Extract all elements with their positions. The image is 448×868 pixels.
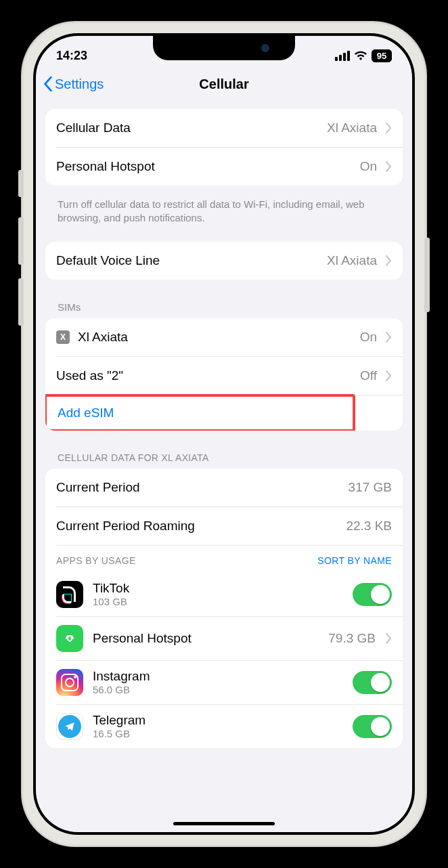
chevron-right-icon [385,255,392,266]
sim-2-value: Off [360,368,377,383]
app-name: Instagram [93,669,150,684]
app-toggle[interactable] [353,583,392,606]
app-usage: 16.5 GB [93,728,145,739]
cellular-data-row[interactable]: Cellular Data Xl Axiata [45,109,403,147]
app-row-instagram[interactable]: Instagram 56.0 GB [45,661,403,704]
default-voice-line-value: Xl Axiata [327,253,377,268]
chevron-right-icon [385,332,392,343]
wifi-icon [354,51,367,61]
sim-badge-icon: X [56,330,70,344]
page-title: Cellular [199,77,248,92]
instagram-icon [56,669,83,696]
current-period-roaming-label: Current Period Roaming [56,519,195,534]
chevron-right-icon [385,161,392,172]
cellular-data-usage-header: CELLULAR DATA FOR XL AXIATA [45,436,403,469]
app-name: Telegram [93,713,145,728]
cellular-data-label: Cellular Data [56,121,131,135]
telegram-icon [56,713,83,740]
app-usage: 56.0 GB [93,684,150,695]
cellular-data-value: Xl Axiata [327,121,377,135]
sim-2-row[interactable]: Used as "2" Off [45,357,403,395]
current-period-row: Current Period 317 GB [45,469,403,506]
default-voice-line-label: Default Voice Line [56,253,160,268]
chevron-right-icon [385,633,392,644]
app-name: Personal Hotspot [93,631,192,646]
nav-bar: Settings Cellular [36,70,412,105]
personal-hotspot-row[interactable]: Personal Hotspot On [45,148,403,186]
chevron-right-icon [385,123,392,133]
hotspot-icon [56,625,83,652]
current-period-label: Current Period [56,480,140,495]
current-period-roaming-row: Current Period Roaming 22.3 KB [45,507,403,545]
add-esim-label: Add eSIM [58,406,114,420]
cellular-data-footer: Turn off cellular data to restrict all d… [45,191,403,242]
add-esim-row[interactable]: Add eSIM [45,394,355,431]
app-row-hotspot[interactable]: Personal Hotspot 79.3 GB [45,617,403,660]
current-period-value: 317 GB [349,480,392,495]
personal-hotspot-label: Personal Hotspot [56,159,155,174]
tiktok-icon [56,581,83,608]
app-row-tiktok[interactable]: TikTok 103 GB [45,573,403,616]
status-time: 14:23 [56,49,87,63]
sim-1-value: On [360,330,377,345]
personal-hotspot-value: On [360,159,377,174]
sim-2-label: Used as "2" [56,368,123,383]
chevron-left-icon [43,77,53,91]
cellular-signal-icon [335,51,350,61]
app-toggle[interactable] [353,715,392,738]
chevron-right-icon [385,370,392,381]
current-period-roaming-value: 22.3 KB [346,519,392,534]
sim-1-row[interactable]: X Xl Axiata On [45,318,403,356]
sim-1-label: Xl Axiata [78,330,128,345]
sims-header: SIMs [45,285,403,318]
sort-by-name-button[interactable]: SORT BY NAME [317,555,392,566]
home-indicator[interactable] [173,822,275,825]
battery-icon: 95 [372,49,392,62]
app-row-telegram[interactable]: Telegram 16.5 GB [45,705,403,748]
back-button[interactable]: Settings [43,77,104,92]
apps-by-usage-header: APPS BY USAGE [56,555,136,566]
default-voice-line-row[interactable]: Default Voice Line Xl Axiata [45,242,403,280]
app-usage: 79.3 GB [328,631,376,646]
app-name: TikTok [93,581,129,596]
app-toggle[interactable] [353,671,392,694]
app-usage: 103 GB [93,596,129,607]
